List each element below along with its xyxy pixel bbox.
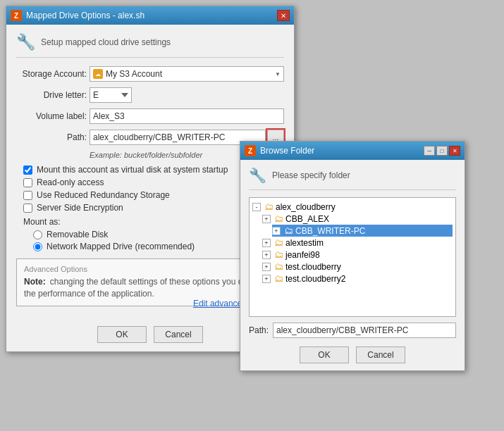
checkbox-rrs-input[interactable] <box>23 191 32 200</box>
expander-test-cloudberry2[interactable]: + <box>262 275 271 283</box>
tree-item-root[interactable]: - 🗂 alex_cloudberry <box>252 201 453 213</box>
browse-title-icon: Z <box>245 145 256 156</box>
tree-label-alextestim: alextestim <box>285 238 324 248</box>
volume-label-label: Volume label: <box>16 111 87 121</box>
expander-cbb-alex[interactable]: + <box>262 215 271 223</box>
browse-path-input[interactable] <box>273 323 456 338</box>
checkbox-readonly-label: Read-only access <box>37 177 104 187</box>
radio-network-label: Network Mapped Drive (recommended) <box>47 242 195 251</box>
tree-label-root: alex_cloudberry <box>276 202 336 212</box>
storage-account-value: My S3 Account <box>106 69 272 79</box>
advanced-title: Advanced Options <box>24 265 276 273</box>
checkbox-sse-input[interactable] <box>23 204 32 213</box>
tree-item-jeanfei98[interactable]: + 🗂 jeanfei98 <box>262 249 453 261</box>
checkbox-startup-input[interactable] <box>23 165 32 175</box>
tree-label-test-cloudberry2: test.cloudberry2 <box>285 274 345 284</box>
tree-item-cbb-alex[interactable]: + 🗂 CBB_ALEX <box>262 213 453 225</box>
drive-letter-label: Drive letter: <box>16 90 87 100</box>
cloud-icon: ☁ <box>93 69 103 79</box>
path-label: Path: <box>16 132 87 142</box>
folder-icon-test-cloudberry2: 🗂 <box>274 273 283 284</box>
folder-icon-cbb-writer: 🗂 <box>284 225 293 236</box>
browse-dialog-body: 🔧 Please specify folder - 🗂 alex_cloudbe… <box>240 160 465 370</box>
browse-cancel-button[interactable]: Cancel <box>356 346 405 363</box>
main-close-button[interactable]: ✕ <box>277 10 290 21</box>
folder-tree[interactable]: - 🗂 alex_cloudberry + 🗂 CBB_ALEX + 🗂 CBB… <box>249 197 456 317</box>
checkbox-rrs-label: Use Reduced Redundancy Storage <box>37 190 170 200</box>
storage-account-row: Storage Account: ☁ My S3 Account ▼ <box>16 66 284 82</box>
checkbox-startup-label: Mount this account as virtual disk at sy… <box>37 165 228 175</box>
titlebar-left: Z Mapped Drive Options - alex.sh <box>11 10 145 21</box>
tree-item-cbb-writer[interactable]: + 🗂 CBB_WRITER-PC <box>272 225 453 237</box>
chevron-down-icon: ▼ <box>275 71 281 77</box>
browse-dialog-footer: OK Cancel <box>249 344 456 365</box>
browse-minimize-button[interactable]: ─ <box>424 146 435 156</box>
folder-icon-cbb-alex: 🗂 <box>274 213 283 224</box>
subtitle-row: 🔧 Setup mapped cloud drive settings <box>16 33 284 58</box>
browse-subtitle-row: 🔧 Please specify folder <box>249 167 456 190</box>
browse-dialog: Z Browse Folder ─ □ ✕ 🔧 Please specify f… <box>240 141 465 371</box>
tree-item-alextestim[interactable]: + 🗂 alextestim <box>262 237 453 249</box>
browse-path-label: Path: <box>249 325 269 335</box>
drive-letter-row: Drive letter: E F G <box>16 87 284 103</box>
main-title-text: Mapped Drive Options - alex.sh <box>26 11 145 20</box>
storage-account-label: Storage Account: <box>16 69 87 79</box>
note-text: changing the default settings of these o… <box>24 277 274 299</box>
main-title-icon: Z <box>11 10 22 21</box>
browse-title-left: Z Browse Folder <box>245 145 314 156</box>
folder-icon-root: 🗂 <box>264 201 273 212</box>
folder-icon-test-cloudberry: 🗂 <box>274 261 283 272</box>
browse-subtitle-text: Please specify folder <box>272 170 350 180</box>
browse-window-buttons: ─ □ ✕ <box>424 146 460 156</box>
main-cancel-button[interactable]: Cancel <box>154 326 203 343</box>
volume-label-input[interactable] <box>90 108 284 124</box>
expander-cbb-writer[interactable]: + <box>272 227 281 235</box>
tree-label-jeanfei98: jeanfei98 <box>285 250 320 260</box>
radio-network-input[interactable] <box>33 242 42 251</box>
folder-icon-alextestim: 🗂 <box>274 237 283 248</box>
checkbox-sse-label: Server Side Encryption <box>37 203 123 213</box>
folder-icon-jeanfei98: 🗂 <box>274 249 283 260</box>
tree-item-test-cloudberry2[interactable]: + 🗂 test.cloudberry2 <box>262 273 453 285</box>
browse-ok-button[interactable]: OK <box>300 346 349 363</box>
expander-test-cloudberry[interactable]: + <box>262 263 271 271</box>
wrench-icon: 🔧 <box>16 33 35 51</box>
expander-jeanfei98[interactable]: + <box>262 251 271 259</box>
browse-titlebar: Z Browse Folder ─ □ ✕ <box>240 142 465 160</box>
browse-path-row: Path: <box>249 323 456 338</box>
tree-label-test-cloudberry: test.cloudberry <box>285 262 341 272</box>
tree-label-cbb-writer: CBB_WRITER-PC <box>295 226 365 236</box>
storage-account-select[interactable]: ☁ My S3 Account ▼ <box>90 66 284 82</box>
drive-letter-select[interactable]: E F G <box>90 87 132 103</box>
browse-title-text: Browse Folder <box>260 146 314 156</box>
expander-root[interactable]: - <box>252 203 261 211</box>
browse-icon: 🔧 <box>249 167 266 184</box>
main-ok-button[interactable]: OK <box>97 326 147 343</box>
radio-removable-label: Removable Disk <box>47 230 108 239</box>
radio-removable-input[interactable] <box>33 230 42 239</box>
tree-item-test-cloudberry[interactable]: + 🗂 test.cloudberry <box>262 261 453 273</box>
expander-alextestim[interactable]: + <box>262 239 271 247</box>
subtitle-text: Setup mapped cloud drive settings <box>41 37 171 47</box>
note-prefix: Note: <box>24 277 46 287</box>
advanced-note: Note: changing the default settings of t… <box>24 276 276 300</box>
checkbox-readonly-input[interactable] <box>23 178 32 187</box>
volume-label-row: Volume label: <box>16 108 284 124</box>
tree-label-cbb-alex: CBB_ALEX <box>285 214 329 224</box>
main-titlebar: Z Mapped Drive Options - alex.sh ✕ <box>6 6 294 25</box>
browse-close-button[interactable]: ✕ <box>449 146 460 156</box>
browse-maximize-button[interactable]: □ <box>436 146 448 156</box>
